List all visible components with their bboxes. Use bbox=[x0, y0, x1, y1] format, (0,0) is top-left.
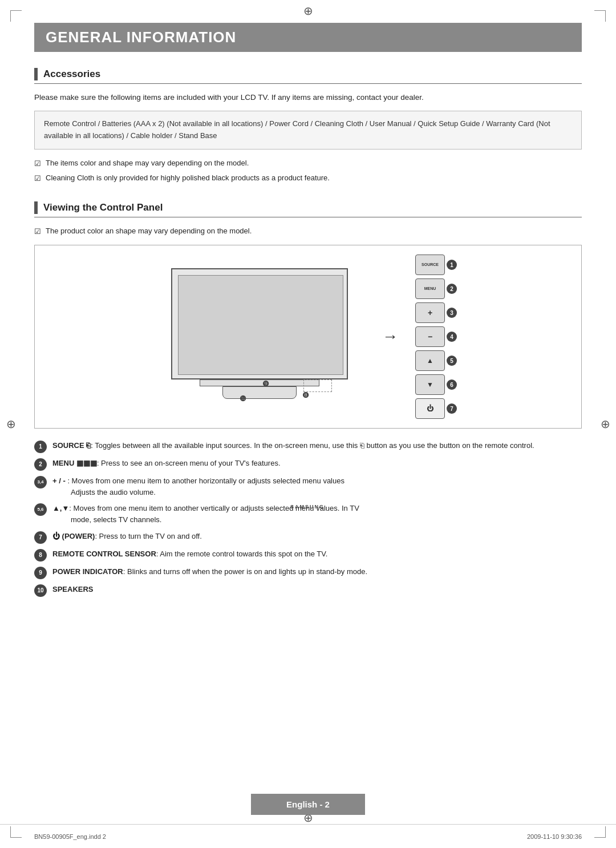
remote-sensor-box bbox=[303, 379, 332, 392]
desc-text-2: MENU ▦▦▦: Press to see an on-screen menu… bbox=[52, 458, 582, 469]
control-buttons: SOURCE 1 MENU 2 + 3 − 4 bbox=[415, 255, 445, 419]
desc-text-7: ⏻ (POWER): Press to turn the TV on and o… bbox=[52, 531, 582, 542]
desc-num-7: 7 bbox=[34, 531, 47, 544]
desc-text-1: SOURCE ⎗: Toggles between all the availa… bbox=[52, 440, 582, 451]
note-item-2: ☑ Cleaning Cloth is only provided for hi… bbox=[34, 172, 582, 184]
control-panel-bar bbox=[34, 201, 38, 214]
ctrl-btn-up: ▲ 5 bbox=[415, 350, 445, 371]
control-panel-section: Viewing the Control Panel ☑ The product … bbox=[34, 201, 582, 597]
btn-label-7: 7 bbox=[447, 403, 457, 414]
crosshair-right: ⊕ bbox=[599, 418, 611, 430]
btn-label-5: 5 bbox=[447, 356, 457, 366]
desc-num-9: 9 bbox=[34, 567, 47, 579]
tv-outer bbox=[171, 268, 348, 379]
btn-label-4: 4 bbox=[447, 332, 457, 342]
desc-text-9: POWER INDICATOR: Blinks and turns off wh… bbox=[52, 566, 582, 578]
control-panel-note-icon: ☑ bbox=[34, 226, 41, 237]
control-panel-header: Viewing the Control Panel bbox=[34, 201, 582, 217]
accessories-header: Accessories bbox=[34, 68, 582, 84]
ctrl-btn-down: ▼ 6 bbox=[415, 374, 445, 395]
ctrl-btn-power: ⏻ 7 bbox=[415, 398, 445, 419]
desc-num-8: 8 bbox=[34, 549, 47, 562]
ctrl-btn-minus: − 4 bbox=[415, 326, 445, 347]
desc-num-3-4: 3,4 bbox=[34, 476, 47, 488]
section-banner: GENERAL INFORMATION bbox=[34, 23, 582, 52]
desc-item-7: 7 ⏻ (POWER): Press to turn the TV on and… bbox=[34, 531, 582, 544]
desc-item-9: 9 POWER INDICATOR: Blinks and turns off … bbox=[34, 566, 582, 579]
corner-mark-tl bbox=[10, 10, 22, 22]
accessories-intro: Please make sure the following items are… bbox=[34, 92, 582, 104]
tv-screen bbox=[178, 275, 343, 375]
tv-stand-leg: SAMSUNG bbox=[222, 386, 297, 399]
ctrl-btn-plus: + 3 bbox=[415, 302, 445, 323]
note-text-1: The items color and shape may vary depen… bbox=[46, 158, 249, 169]
page-content: GENERAL INFORMATION Accessories Please m… bbox=[34, 23, 582, 597]
page-footer: BN59-00905F_eng.indd 2 2009-11-10 9:30:3… bbox=[0, 824, 616, 848]
descriptions: 1 SOURCE ⎗: Toggles between all the avai… bbox=[34, 440, 582, 597]
btn-label-6: 6 bbox=[447, 379, 457, 390]
english-badge: English - 2 bbox=[251, 794, 365, 815]
desc-text-10: SPEAKERS bbox=[52, 584, 582, 595]
footer-left: BN59-00905F_eng.indd 2 bbox=[34, 833, 106, 840]
control-panel-title: Viewing the Control Panel bbox=[43, 202, 163, 213]
accessories-title: Accessories bbox=[43, 68, 100, 80]
control-panel-diagram: SAMSUNG ❾ ❽ ❿ → SOURCE 1 bbox=[34, 245, 582, 429]
accessories-bar bbox=[34, 68, 38, 80]
desc-num-2: 2 bbox=[34, 458, 47, 471]
section-title: GENERAL INFORMATION bbox=[46, 29, 236, 46]
btn-label-1: 1 bbox=[447, 260, 457, 270]
tv-stand-top bbox=[200, 379, 319, 386]
desc-num-5-6: 5,6 bbox=[34, 503, 47, 516]
desc-text-3-4: + / - : Moves from one menu item to anot… bbox=[52, 475, 582, 498]
tv-brand: SAMSUNG bbox=[290, 504, 325, 510]
note-icon-2: ☑ bbox=[34, 173, 41, 184]
control-panel-note-text: The product color an shape may vary depe… bbox=[46, 225, 252, 237]
btn-label-3: 3 bbox=[447, 308, 457, 318]
desc-item-3-4: 3,4 + / - : Moves from one menu item to … bbox=[34, 475, 582, 498]
ctrl-btn-source: SOURCE 1 bbox=[415, 255, 445, 275]
corner-mark-tr bbox=[594, 10, 606, 22]
desc-num-1: 1 bbox=[34, 441, 47, 453]
label-8: ❽ bbox=[302, 391, 309, 399]
english-label: English - 2 bbox=[286, 799, 330, 809]
label-9: ❾ bbox=[262, 379, 269, 388]
desc-text-8: REMOTE CONTROL SENSOR: Aim the remote co… bbox=[52, 548, 582, 560]
desc-item-8: 8 REMOTE CONTROL SENSOR: Aim the remote … bbox=[34, 548, 582, 562]
label-10: ❿ bbox=[240, 394, 246, 403]
footer-right: 2009-11-10 9:30:36 bbox=[527, 833, 582, 840]
btn-label-2: 2 bbox=[447, 284, 457, 294]
accessory-box: Remote Control / Batteries (AAA x 2) (No… bbox=[34, 111, 582, 150]
note-text-2: Cleaning Cloth is only provided for high… bbox=[46, 172, 330, 184]
arrow-right: → bbox=[382, 328, 398, 346]
ctrl-btn-menu: MENU 2 bbox=[415, 278, 445, 299]
crosshair-left: ⊕ bbox=[5, 418, 17, 430]
note-icon-1: ☑ bbox=[34, 158, 41, 169]
crosshair-top: ⊕ bbox=[302, 5, 314, 17]
accessories-section: Accessories Please make sure the followi… bbox=[34, 68, 582, 184]
desc-num-10: 10 bbox=[34, 584, 47, 597]
control-panel-note: ☑ The product color an shape may vary de… bbox=[34, 225, 582, 237]
desc-item-1: 1 SOURCE ⎗: Toggles between all the avai… bbox=[34, 440, 582, 453]
desc-item-10: 10 SPEAKERS bbox=[34, 584, 582, 597]
tv-illustration: SAMSUNG ❾ ❽ ❿ bbox=[171, 268, 365, 405]
note-item-1: ☑ The items color and shape may vary dep… bbox=[34, 158, 582, 169]
diagram-inner: SAMSUNG ❾ ❽ ❿ → SOURCE 1 bbox=[171, 255, 445, 419]
desc-item-2: 2 MENU ▦▦▦: Press to see an on-screen me… bbox=[34, 458, 582, 471]
